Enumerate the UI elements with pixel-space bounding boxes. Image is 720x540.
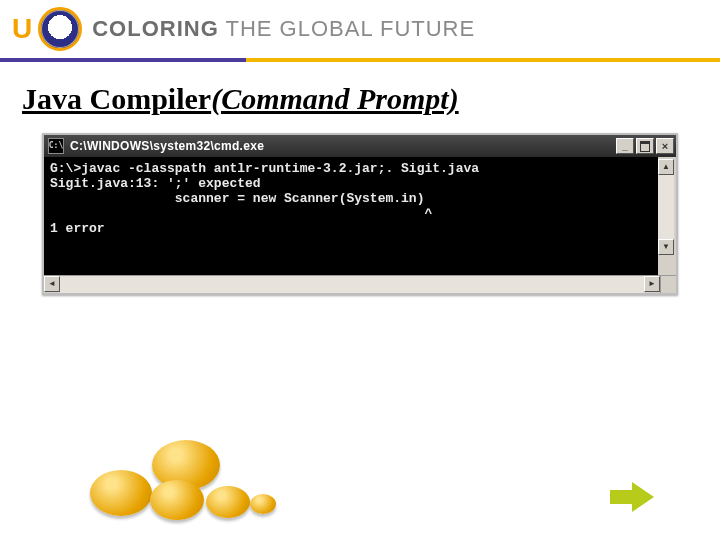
cmd-icon: C:\: [48, 138, 64, 154]
scroll-left-button[interactable]: ◄: [44, 276, 60, 292]
banner: U COLORING THE GLOBAL FUTURE: [0, 0, 720, 58]
cmd-window: C:\ C:\WINDOWS\system32\cmd.exe _ × G:\>…: [42, 133, 678, 295]
scroll-corner: [660, 276, 676, 293]
scroll-down-button[interactable]: ▼: [658, 239, 674, 255]
next-slide-button[interactable]: [610, 482, 654, 512]
brand-logo: U: [12, 7, 82, 51]
cmd-output: G:\>javac -classpath antlr-runtime-3.2.j…: [44, 157, 676, 275]
maximize-button[interactable]: [636, 138, 654, 154]
cmd-titlebar: C:\ C:\WINDOWS\system32\cmd.exe _ ×: [44, 135, 676, 157]
scroll-up-button[interactable]: ▲: [658, 159, 674, 175]
logo-letter: U: [12, 15, 32, 43]
banner-tagline: COLORING THE GLOBAL FUTURE: [92, 18, 475, 40]
cmd-title-text: C:\WINDOWS\system32\cmd.exe: [70, 140, 614, 152]
scroll-track[interactable]: [658, 175, 674, 239]
slide-title: Java Compiler (Command Prompt): [22, 82, 720, 115]
minimize-button[interactable]: _: [616, 138, 634, 154]
arrow-right-icon: [632, 482, 654, 512]
banner-rules: [0, 58, 720, 68]
close-button[interactable]: ×: [656, 138, 674, 154]
scroll-track[interactable]: [60, 276, 644, 293]
decorative-blobs-icon: [90, 436, 280, 526]
horizontal-scrollbar[interactable]: ◄ ►: [44, 275, 676, 293]
logo-emblem-icon: [38, 7, 82, 51]
vertical-scrollbar[interactable]: ▲ ▼: [658, 159, 674, 255]
scroll-right-button[interactable]: ►: [644, 276, 660, 292]
arrow-right-icon: [610, 490, 632, 504]
